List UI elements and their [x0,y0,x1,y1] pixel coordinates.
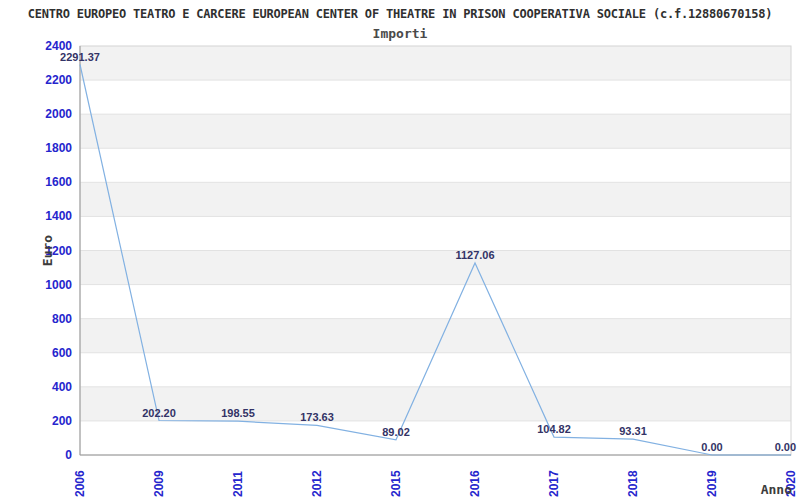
data-point-label: 93.31 [619,425,647,437]
y-tick-label: 2200 [45,73,72,87]
data-point-label: 1127.06 [455,249,494,261]
data-point-label: 202.20 [142,407,176,419]
y-tick-label: 600 [52,346,72,360]
x-tick-label: 2016 [468,470,482,497]
grid-band [80,182,791,216]
y-tick-label: 200 [52,414,72,428]
grid-band [80,319,791,353]
x-tick-label: 2018 [626,470,640,497]
chart-page: CENTRO EUROPEO TEATRO E CARCERE EUROPEAN… [0,0,800,500]
y-tick-label: 1400 [45,209,72,223]
x-tick-label: 2009 [152,470,166,497]
x-tick-label: 2006 [73,470,87,497]
y-tick-label: 0 [65,448,72,462]
grid-band [80,387,791,421]
y-tick-label: 800 [52,312,72,326]
y-tick-label: 1000 [45,278,72,292]
x-axis-title: Anno [761,482,792,497]
y-tick-label: 1600 [45,175,72,189]
y-axis-title: Euro [40,235,55,266]
line-chart-canvas: 0200400600800100012001400160018002000220… [0,0,800,500]
y-tick-label: 2000 [45,107,72,121]
x-tick-label: 2017 [547,470,561,497]
y-tick-label: 400 [52,380,72,394]
x-tick-label: 2019 [705,470,719,497]
data-point-label: 0.00 [701,441,722,453]
x-tick-label: 2012 [310,470,324,497]
grid-band [80,251,791,285]
data-point-label: 173.63 [300,411,334,423]
data-point-label: 198.55 [221,407,255,419]
y-tick-label: 1800 [45,141,72,155]
data-point-label: 89.02 [382,426,410,438]
data-point-label: 0.00 [775,441,796,453]
x-tick-label: 2015 [389,470,403,497]
data-point-label: 104.82 [537,423,571,435]
grid-band [80,46,791,80]
grid-band [80,114,791,148]
x-tick-label: 2011 [231,471,245,497]
data-point-label: 2291.37 [60,51,100,63]
